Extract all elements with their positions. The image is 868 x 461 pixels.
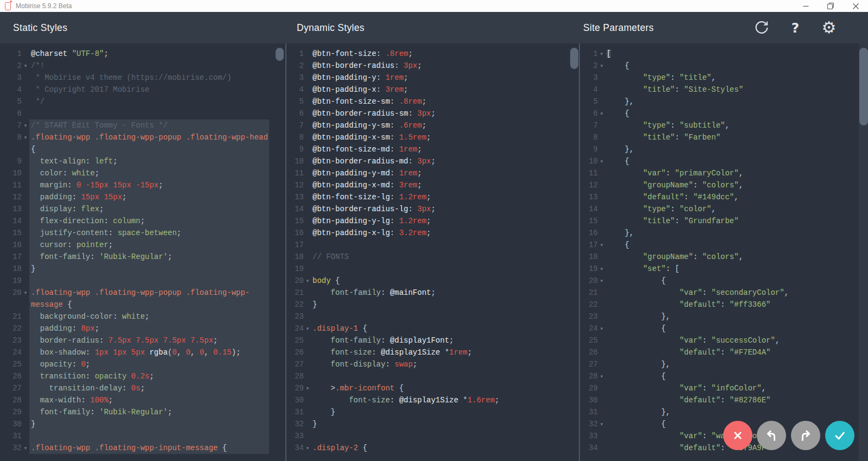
code-line[interactable]: 16 cursor: pointer; [0, 239, 285, 251]
code-line[interactable]: 6@btn-border-radius-sm: 3px; [286, 108, 579, 119]
fold-arrow-icon[interactable]: ▾ [598, 263, 605, 275]
code-line[interactable]: 24▾ { [580, 323, 868, 334]
code-line[interactable]: 22 padding: 8px; [0, 323, 285, 334]
code-line[interactable]: 4 * Copyright 2017 Mobirise [0, 84, 285, 96]
restore-button[interactable] [818, 0, 843, 12]
code-line[interactable]: 28 max-width: 100%; [0, 394, 285, 406]
code-line[interactable]: 15@btn-padding-y-lg: 1.2rem; [286, 215, 579, 227]
code-line[interactable]: 1@btn-font-size: .8rem; [286, 48, 579, 60]
code-line[interactable]: 10@btn-border-radius-md: 3px; [286, 155, 579, 167]
code-line[interactable]: 23 [286, 311, 579, 323]
fold-arrow-icon[interactable]: ▾ [598, 155, 605, 167]
code-line[interactable]: 29 font-family: 'Rubik-Regular'; [0, 406, 285, 418]
code-line[interactable]: 1▾[ [580, 48, 868, 60]
code-line[interactable]: 14@btn-border-radius-lg: 3px; [286, 203, 579, 215]
code-line[interactable]: 18 "groupName": "colors", [580, 251, 868, 263]
fold-arrow-icon[interactable]: ▾ [304, 442, 311, 454]
code-line[interactable]: 7▾/* START Edit Tommy - Fonts */ [0, 119, 285, 131]
code-line[interactable]: 11 "var": "primaryColor", [580, 167, 868, 179]
code-line[interactable]: 15 justify-content: space-between; [0, 227, 285, 239]
code-line[interactable]: 18} [0, 263, 285, 275]
code-line[interactable]: 26 font-size: @display1Size *1rem; [286, 346, 579, 358]
code-line[interactable]: 25 font-family: @display1Font; [286, 334, 579, 346]
fold-arrow-icon[interactable]: ▾ [598, 108, 605, 119]
code-line[interactable]: 32} [286, 418, 579, 430]
code-line[interactable]: 33 [286, 430, 579, 442]
site-parameters-scrollbar[interactable] [859, 48, 868, 125]
fold-arrow-icon[interactable]: ▾ [22, 60, 29, 72]
code-line[interactable]: 34 "default": "#879A9F" [580, 442, 868, 454]
code-line[interactable]: 5 }, [580, 96, 868, 108]
code-line[interactable]: 8 "title": "Farben" [580, 131, 868, 143]
code-line[interactable]: 6 [0, 108, 285, 119]
code-line[interactable]: 22 "default": "#ff3366" [580, 299, 868, 311]
code-line[interactable]: 5@btn-font-size-sm: .8rem; [286, 96, 579, 108]
code-line[interactable]: 2@btn-border-radius: 3px; [286, 60, 579, 72]
code-line[interactable]: 13 display: flex; [0, 203, 285, 215]
code-line[interactable]: 25 "var": "successColor", [580, 334, 868, 346]
code-line[interactable]: 23 }, [580, 311, 868, 323]
fold-arrow-icon[interactable]: ▾ [22, 287, 29, 299]
code-line[interactable]: 7 "type": "subtitle", [580, 119, 868, 131]
code-line[interactable]: 26 transition: opacity 0.2s; [0, 370, 285, 382]
code-line[interactable]: 28▾ { [580, 370, 868, 382]
code-line[interactable]: 34▾.display-2 { [286, 442, 579, 454]
code-line[interactable]: 16 }, [580, 227, 868, 239]
code-line[interactable]: 29 "var": "infoColor", [580, 382, 868, 394]
code-line[interactable]: 17 font-family: 'Rubik-Regular'; [0, 251, 285, 263]
code-line[interactable]: 10▾ { [580, 155, 868, 167]
code-line[interactable]: 18// FONTS [286, 251, 579, 263]
code-line[interactable]: 14 "type": "color", [580, 203, 868, 215]
code-line[interactable]: 7@btn-padding-y-sm: .6rem; [286, 119, 579, 131]
code-line[interactable]: 13@btn-font-size-lg: 1.2rem; [286, 191, 579, 203]
code-line[interactable]: 11 margin: 0 -15px 15px -15px; [0, 179, 285, 191]
code-line[interactable]: 31 [0, 430, 285, 442]
close-button[interactable] [843, 0, 868, 12]
fold-arrow-icon[interactable]: ▾ [22, 442, 29, 454]
minimize-button[interactable] [793, 0, 818, 12]
code-line[interactable]: 21 background-color: white; [0, 311, 285, 323]
fold-arrow-icon[interactable]: ▾ [598, 239, 605, 251]
code-line[interactable]: 9 text-align: left; [0, 155, 285, 167]
code-line[interactable]: 23 border-radius: 7.5px 7.5px 7.5px 7.5p… [0, 334, 285, 346]
dynamic-styles-scrollbar[interactable] [570, 48, 578, 69]
fold-arrow-icon[interactable]: ▾ [304, 323, 311, 334]
code-line[interactable]: 32▾.floating-wpp .floating-wpp-input-mes… [0, 442, 285, 454]
code-line[interactable]: 24▾.display-1 { [286, 323, 579, 334]
static-styles-scrollbar[interactable] [276, 48, 284, 61]
code-line[interactable]: 4@btn-padding-x: 3rem; [286, 84, 579, 96]
cancel-button[interactable] [723, 421, 752, 450]
code-line[interactable]: 31 }, [580, 406, 868, 418]
code-line[interactable]: 13 "default": "#149dcc", [580, 191, 868, 203]
code-line[interactable]: 25 opacity: 0; [0, 358, 285, 370]
code-line[interactable]: 16@btn-padding-x-lg: 3.2rem; [286, 227, 579, 239]
code-line[interactable]: 12 padding: 15px 15px; [0, 191, 285, 203]
code-line[interactable]: 15 "title": "Grundfarbe" [580, 215, 868, 227]
code-line[interactable]: 27 transition-delay: 0s; [0, 382, 285, 394]
fold-arrow-icon[interactable]: ▾ [304, 275, 311, 287]
fold-arrow-icon[interactable]: ▾ [598, 60, 605, 72]
undo-button[interactable] [757, 421, 786, 450]
code-line[interactable]: 20▾ { [580, 275, 868, 287]
fold-arrow-icon[interactable]: ▾ [22, 119, 29, 131]
code-line[interactable]: 19 [0, 275, 285, 287]
fold-arrow-icon[interactable]: ▾ [598, 323, 605, 334]
code-line[interactable]: 8▾.floating-wpp .floating-wpp-popup .flo… [0, 131, 285, 143]
code-line[interactable]: 21 font-family: @mainFont; [286, 287, 579, 299]
fold-arrow-icon[interactable]: ▾ [304, 382, 311, 394]
site-parameters-editor[interactable]: 1▾[2▾ {3 "type": "title",4 "title": "Sit… [580, 43, 868, 461]
code-line[interactable]: 4 "title": "Site-Styles" [580, 84, 868, 96]
code-line[interactable]: 28 [286, 370, 579, 382]
code-line[interactable]: 3 "type": "title", [580, 72, 868, 84]
code-line[interactable]: 30 "default": "#82786E" [580, 394, 868, 406]
code-line[interactable]: 30 font-size: @display1Size *1.6rem; [286, 394, 579, 406]
code-line[interactable]: 27 font-display: swap; [286, 358, 579, 370]
code-line[interactable]: 31 } [286, 406, 579, 418]
code-line[interactable]: 24 box-shadow: 1px 1px 5px rgba(0, 0, 0,… [0, 346, 285, 358]
refresh-icon[interactable] [753, 19, 770, 36]
code-line[interactable]: 14 flex-direction: column; [0, 215, 285, 227]
code-line[interactable]: 22} [286, 299, 579, 311]
code-line[interactable]: 1@charset "UTF-8"; [0, 48, 285, 60]
code-line[interactable]: message { [0, 299, 285, 311]
code-line[interactable]: 29▾ >.mbr-iconfont { [286, 382, 579, 394]
